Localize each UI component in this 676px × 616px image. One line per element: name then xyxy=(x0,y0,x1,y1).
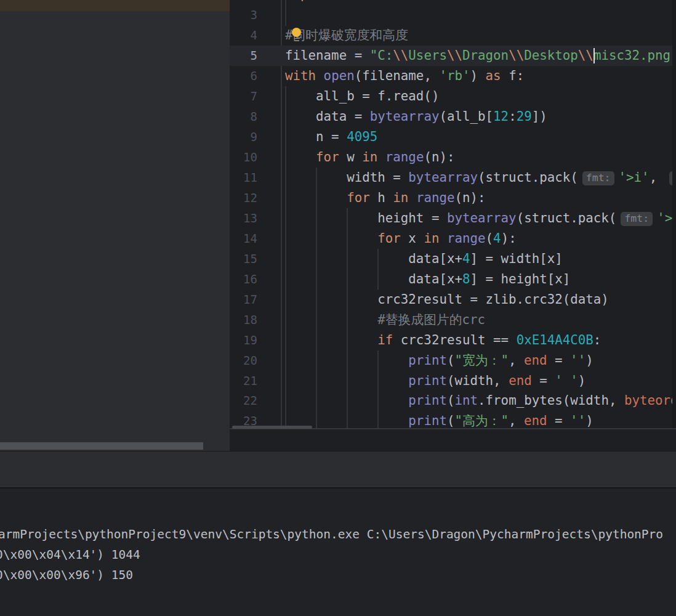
code-token: n = xyxy=(285,129,347,144)
code-token: 4 xyxy=(493,231,501,246)
code-line[interactable]: 9 n = 4095 xyxy=(230,127,672,147)
code-token: #同时爆破宽度和高度 xyxy=(285,28,408,43)
intention-bulb-icon[interactable] xyxy=(292,28,302,41)
code-token: = xyxy=(555,413,570,428)
code-line[interactable]: 2import zlib xyxy=(230,0,672,5)
console-output-line: 0\x00\x04\x14') 1044 xyxy=(0,545,140,565)
code-token: crc32result = zlib.crc32(data) xyxy=(285,292,609,307)
editor-scrollbar-track[interactable] xyxy=(672,0,676,429)
code-token: ): xyxy=(501,231,517,246)
code-line[interactable]: 8 data = bytearray(all_b[12:29]) xyxy=(230,107,672,127)
line-number[interactable]: 8 xyxy=(230,107,257,127)
line-number[interactable]: 16 xyxy=(230,269,257,290)
code-token: ( xyxy=(486,231,494,246)
code-line[interactable]: 13 height = bytearray(struct.pack(fmt:'>… xyxy=(230,208,672,229)
text-caret xyxy=(594,48,595,63)
code-token: f: xyxy=(509,68,524,83)
code-line[interactable]: 22 print(int.from_bytes(width, byteorder xyxy=(230,391,672,411)
code-token: filename = xyxy=(285,48,370,63)
code-line[interactable]: 21 print(width, end = ' ') xyxy=(230,371,672,391)
code-text: crc32result = zlib.crc32(data) xyxy=(285,290,609,310)
code-line[interactable]: 20 print("宽为：", end = '') xyxy=(230,351,672,371)
code-line[interactable]: 15 data[x+4] = width[x] xyxy=(230,249,672,269)
code-text: #同时爆破宽度和高度 xyxy=(285,25,408,46)
line-number[interactable]: 20 xyxy=(230,351,257,371)
line-number[interactable]: 21 xyxy=(230,371,257,391)
code-token: \\ xyxy=(447,48,462,63)
line-number[interactable]: 13 xyxy=(230,208,257,229)
code-token: Desktop xyxy=(524,48,578,63)
code-token: ( xyxy=(447,353,455,368)
code-token: \\ xyxy=(509,48,524,63)
line-number[interactable]: 4 xyxy=(230,25,257,46)
code-token: , xyxy=(509,413,524,428)
code-line[interactable]: 5filename = "C:\\Users\\Dragon\\Desktop\… xyxy=(230,46,672,66)
code-token: 0xE14A4C0B xyxy=(517,333,594,347)
code-token: misc32.png" xyxy=(594,48,676,63)
code-token: open xyxy=(324,68,355,83)
code-token: "高为：" xyxy=(454,413,508,428)
code-line[interactable]: 7 all_b = f.read() xyxy=(230,86,672,107)
code-line[interactable]: 6with open(filename, 'rb') as f: xyxy=(230,66,672,86)
code-token: '>i' xyxy=(619,170,650,185)
line-number[interactable]: 3 xyxy=(230,5,257,25)
line-number[interactable]: 2 xyxy=(230,0,257,5)
line-number[interactable]: 17 xyxy=(230,290,257,310)
code-token: bytearray xyxy=(408,170,478,185)
code-editor[interactable]: 2import zlib34#同时爆破宽度和高度5filename = "C:\… xyxy=(230,0,676,451)
code-line[interactable]: 4#同时爆破宽度和高度 xyxy=(230,25,672,46)
code-token: 4 xyxy=(462,251,470,266)
code-token: end xyxy=(524,413,555,428)
code-line[interactable]: 11 width = bytearray(struct.pack(fmt:'>i… xyxy=(230,168,672,188)
code-token: : xyxy=(509,109,517,124)
code-line[interactable]: 10 for w in range(n): xyxy=(230,147,672,168)
code-text: with open(filename, 'rb') as f: xyxy=(285,66,524,86)
code-token: \\ xyxy=(393,48,408,63)
code-token: ) xyxy=(470,68,486,83)
run-console[interactable]: armProjects\pythonProject9\venv\Scripts\… xyxy=(0,488,676,616)
code-token: 12 xyxy=(493,109,509,124)
code-line[interactable]: 14 for x in range(4): xyxy=(230,229,672,249)
line-number[interactable]: 18 xyxy=(230,310,257,330)
code-token: in xyxy=(424,231,447,246)
line-number[interactable]: 14 xyxy=(230,229,257,249)
code-token: \\ xyxy=(578,48,594,63)
code-text: print(int.from_bytes(width, byteorder xyxy=(285,391,676,411)
code-token: data[x+ xyxy=(285,251,462,266)
line-number[interactable]: 11 xyxy=(230,168,257,188)
code-token: print xyxy=(408,413,447,428)
code-line[interactable]: 17 crc32result = zlib.crc32(data) xyxy=(230,290,672,310)
code-token: if xyxy=(377,333,401,347)
code-line[interactable]: 16 data[x+8] = height[x] xyxy=(230,269,672,290)
line-number[interactable]: 19 xyxy=(230,330,257,351)
code-text: data[x+8] = height[x] xyxy=(285,269,570,290)
line-number[interactable]: 22 xyxy=(230,391,257,411)
code-text: width = bytearray(struct.pack(fmt:'>i', … xyxy=(285,168,676,188)
code-token: Dragon xyxy=(462,48,509,63)
code-line[interactable]: 18 #替换成图片的crc xyxy=(230,310,672,330)
code-token: print xyxy=(408,393,447,408)
code-line[interactable]: 19 if crc32result == 0xE14A4C0B: xyxy=(230,330,672,351)
line-number[interactable]: 12 xyxy=(230,188,257,208)
code-text: print("宽为：", end = '') xyxy=(285,351,594,371)
line-number[interactable]: 6 xyxy=(230,66,257,86)
code-token: 29 xyxy=(517,109,532,124)
editor-horizontal-scrollbar[interactable] xyxy=(232,426,312,429)
code-token: 8 xyxy=(462,272,470,286)
code-token: ] = height[x] xyxy=(470,272,571,286)
preview-horizontal-scrollbar[interactable] xyxy=(0,442,203,450)
line-number[interactable]: 15 xyxy=(230,249,257,269)
line-number[interactable]: 10 xyxy=(230,147,257,168)
line-number[interactable]: 7 xyxy=(230,86,257,107)
code-token: import xyxy=(285,0,339,2)
code-token: all_b = f.read() xyxy=(285,89,439,103)
code-token: '' xyxy=(570,413,585,428)
line-number[interactable]: 5 xyxy=(230,46,257,66)
code-line[interactable]: 3 xyxy=(230,5,672,25)
code-lines[interactable]: 2import zlib34#同时爆破宽度和高度5filename = "C:\… xyxy=(230,0,676,429)
line-number[interactable]: 9 xyxy=(230,127,257,147)
code-token: int xyxy=(454,393,478,408)
code-token: = xyxy=(539,373,555,388)
code-token: (n): xyxy=(454,190,485,205)
code-line[interactable]: 12 for h in range(n): xyxy=(230,188,672,208)
